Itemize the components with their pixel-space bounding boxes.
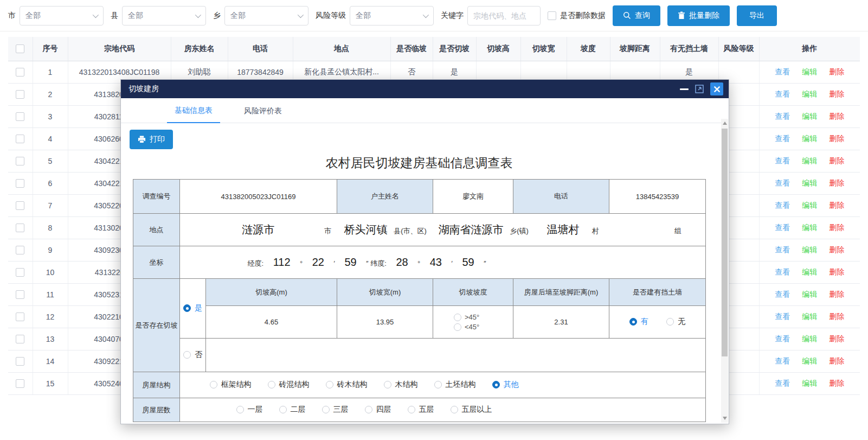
- slope-exist-no-radio[interactable]: 否: [183, 350, 202, 360]
- wall-yes-radio[interactable]: 有: [629, 317, 648, 327]
- deleted-data-checkbox-wrap[interactable]: 是否删除数据: [548, 11, 606, 21]
- view-link[interactable]: 查看: [775, 290, 790, 299]
- row-checkbox[interactable]: [16, 246, 24, 254]
- edit-link[interactable]: 编辑: [802, 290, 817, 299]
- delete-link[interactable]: 删除: [829, 156, 844, 166]
- delete-link[interactable]: 删除: [829, 245, 844, 255]
- row-checkbox[interactable]: [16, 268, 24, 277]
- delete-link[interactable]: 删除: [829, 312, 844, 322]
- view-link[interactable]: 查看: [775, 134, 790, 144]
- structure-radio[interactable]: 砖木结构: [326, 380, 368, 390]
- view-link[interactable]: 查看: [775, 334, 790, 344]
- row-checkbox[interactable]: [16, 135, 24, 143]
- edit-link[interactable]: 编辑: [802, 223, 817, 233]
- county-select[interactable]: 全部: [122, 6, 206, 25]
- edit-link[interactable]: 编辑: [802, 312, 817, 322]
- modal-header[interactable]: 切坡建房: [121, 80, 729, 98]
- floor-radio[interactable]: 四层: [365, 405, 391, 415]
- export-button[interactable]: 导出: [737, 5, 777, 26]
- floor-radio[interactable]: 二层: [279, 405, 306, 415]
- delete-link[interactable]: 删除: [829, 178, 844, 188]
- tab-risk-evaluation[interactable]: 风险评价表: [236, 106, 290, 123]
- view-link[interactable]: 查看: [775, 178, 790, 188]
- view-link[interactable]: 查看: [775, 379, 790, 388]
- row-checkbox[interactable]: [16, 157, 24, 165]
- township-select[interactable]: 全部: [224, 6, 308, 25]
- print-button[interactable]: 打印: [130, 130, 173, 149]
- view-link[interactable]: 查看: [775, 112, 790, 122]
- slope-exist-yes-radio[interactable]: 是: [183, 303, 202, 313]
- query-button[interactable]: 查询: [613, 5, 660, 26]
- row-checkbox[interactable]: [16, 313, 24, 321]
- angle-gt45-radio[interactable]: >45°: [454, 313, 513, 321]
- view-link[interactable]: 查看: [775, 201, 790, 211]
- risk-level-select[interactable]: 全部: [350, 6, 434, 25]
- row-checkbox[interactable]: [16, 379, 24, 388]
- floor-radio[interactable]: 一层: [236, 405, 263, 415]
- edit-link[interactable]: 编辑: [802, 201, 817, 211]
- floor-radio[interactable]: 五层以上: [451, 405, 492, 415]
- structure-radio[interactable]: 木结构: [384, 380, 418, 390]
- delete-link[interactable]: 删除: [829, 223, 844, 233]
- minimize-icon[interactable]: [680, 88, 689, 90]
- edit-link[interactable]: 编辑: [802, 134, 817, 144]
- row-checkbox[interactable]: [16, 335, 24, 343]
- view-link[interactable]: 查看: [775, 267, 790, 277]
- city-select[interactable]: 全部: [20, 6, 104, 25]
- delete-link[interactable]: 删除: [829, 112, 844, 122]
- keyword-input[interactable]: [467, 6, 541, 25]
- delete-link[interactable]: 删除: [829, 379, 844, 388]
- edit-link[interactable]: 编辑: [802, 379, 817, 388]
- row-checkbox[interactable]: [16, 357, 24, 366]
- floor-radio[interactable]: 三层: [322, 405, 349, 415]
- structure-radio[interactable]: 框架结构: [210, 380, 252, 390]
- delete-link[interactable]: 删除: [829, 290, 844, 299]
- floor-radio[interactable]: 五层: [408, 405, 434, 415]
- delete-link[interactable]: 删除: [829, 90, 844, 99]
- edit-link[interactable]: 编辑: [802, 178, 817, 188]
- modal-scrollbar[interactable]: [721, 119, 728, 423]
- edit-link[interactable]: 编辑: [802, 156, 817, 166]
- wall-no-radio[interactable]: 无: [666, 317, 685, 327]
- scroll-up-icon[interactable]: [723, 122, 727, 125]
- row-checkbox[interactable]: [16, 201, 24, 210]
- delete-link[interactable]: 删除: [829, 356, 844, 366]
- delete-link[interactable]: 删除: [829, 267, 844, 277]
- view-link[interactable]: 查看: [775, 223, 790, 233]
- view-link[interactable]: 查看: [775, 156, 790, 166]
- structure-radio[interactable]: 其他: [492, 380, 519, 390]
- deleted-data-checkbox[interactable]: [548, 11, 556, 20]
- tab-basic-info[interactable]: 基础信息表: [167, 106, 220, 123]
- edit-link[interactable]: 编辑: [802, 112, 817, 122]
- row-checkbox[interactable]: [16, 224, 24, 232]
- row-checkbox[interactable]: [16, 179, 24, 188]
- view-link[interactable]: 查看: [775, 67, 790, 77]
- view-link[interactable]: 查看: [775, 90, 790, 99]
- batch-delete-button[interactable]: 批量删除: [667, 5, 730, 26]
- edit-link[interactable]: 编辑: [802, 67, 817, 77]
- angle-lt45-radio[interactable]: <45°: [454, 323, 513, 331]
- maximize-icon[interactable]: [695, 85, 704, 93]
- delete-link[interactable]: 删除: [829, 134, 844, 144]
- scroll-down-icon[interactable]: [723, 417, 727, 420]
- close-icon[interactable]: [710, 82, 723, 95]
- view-link[interactable]: 查看: [775, 312, 790, 322]
- scrollbar-thumb[interactable]: [722, 129, 728, 356]
- structure-radio[interactable]: 砖混结构: [268, 380, 310, 390]
- delete-link[interactable]: 删除: [829, 67, 844, 77]
- select-all-checkbox[interactable]: [16, 44, 24, 53]
- delete-link[interactable]: 删除: [829, 334, 844, 344]
- edit-link[interactable]: 编辑: [802, 245, 817, 255]
- edit-link[interactable]: 编辑: [802, 90, 817, 99]
- view-link[interactable]: 查看: [775, 245, 790, 255]
- edit-link[interactable]: 编辑: [802, 334, 817, 344]
- edit-link[interactable]: 编辑: [802, 267, 817, 277]
- row-checkbox[interactable]: [16, 112, 24, 121]
- view-link[interactable]: 查看: [775, 356, 790, 366]
- edit-link[interactable]: 编辑: [802, 356, 817, 366]
- structure-radio[interactable]: 土坯结构: [434, 380, 476, 390]
- row-checkbox[interactable]: [16, 290, 24, 299]
- row-checkbox[interactable]: [16, 68, 24, 76]
- delete-link[interactable]: 删除: [829, 201, 844, 211]
- row-checkbox[interactable]: [16, 90, 24, 99]
